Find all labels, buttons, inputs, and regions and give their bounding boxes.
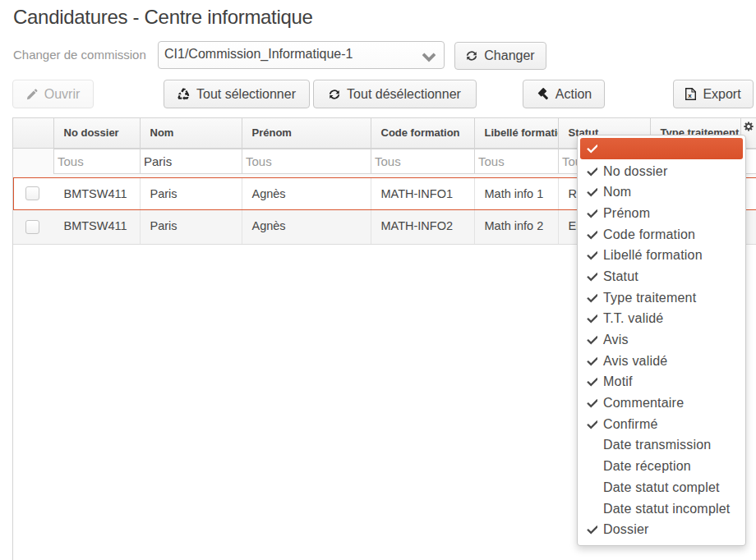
svg-text:x: x bbox=[689, 92, 693, 99]
